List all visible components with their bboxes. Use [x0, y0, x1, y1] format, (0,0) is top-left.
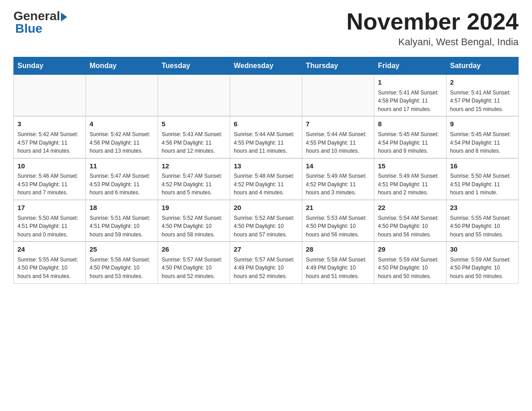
day-number: 13: [234, 161, 298, 171]
day-number: 3: [17, 119, 82, 129]
day-info: Sunrise: 5:42 AM Sunset: 4:57 PM Dayligh…: [17, 130, 82, 155]
table-row: 24Sunrise: 5:55 AM Sunset: 4:50 PM Dayli…: [14, 242, 86, 283]
day-number: 10: [17, 161, 82, 171]
table-row: 7Sunrise: 5:44 AM Sunset: 4:55 PM Daylig…: [302, 116, 374, 158]
day-number: 15: [378, 161, 442, 171]
day-number: 22: [378, 203, 442, 213]
table-row: [230, 75, 302, 116]
logo: General Blue: [13, 9, 67, 36]
day-info: Sunrise: 5:56 AM Sunset: 4:50 PM Dayligh…: [90, 256, 154, 281]
calendar-week-row: 17Sunrise: 5:50 AM Sunset: 4:51 PM Dayli…: [14, 200, 519, 242]
day-info: Sunrise: 5:49 AM Sunset: 4:51 PM Dayligh…: [378, 172, 442, 197]
day-number: 21: [306, 203, 370, 213]
table-row: 29Sunrise: 5:59 AM Sunset: 4:50 PM Dayli…: [374, 242, 446, 283]
table-row: 22Sunrise: 5:54 AM Sunset: 4:50 PM Dayli…: [374, 200, 446, 242]
table-row: 8Sunrise: 5:45 AM Sunset: 4:54 PM Daylig…: [374, 116, 446, 158]
table-row: [86, 75, 158, 116]
day-number: 17: [17, 203, 82, 213]
day-number: 1: [378, 77, 442, 88]
title-section: November 2024 Kalyani, West Bengal, Indi…: [347, 9, 519, 48]
day-info: Sunrise: 5:45 AM Sunset: 4:54 PM Dayligh…: [378, 130, 442, 155]
day-number: 18: [90, 203, 154, 213]
calendar-table: Sunday Monday Tuesday Wednesday Thursday…: [13, 57, 519, 283]
day-info: Sunrise: 5:59 AM Sunset: 4:50 PM Dayligh…: [378, 256, 442, 281]
day-info: Sunrise: 5:53 AM Sunset: 4:50 PM Dayligh…: [306, 214, 370, 239]
table-row: 4Sunrise: 5:42 AM Sunset: 4:56 PM Daylig…: [86, 116, 158, 158]
day-number: 12: [162, 161, 226, 171]
day-info: Sunrise: 5:58 AM Sunset: 4:49 PM Dayligh…: [306, 256, 370, 281]
calendar-week-row: 24Sunrise: 5:55 AM Sunset: 4:50 PM Dayli…: [14, 242, 519, 283]
day-number: 6: [234, 119, 298, 129]
day-info: Sunrise: 5:54 AM Sunset: 4:50 PM Dayligh…: [378, 214, 442, 239]
table-row: 11Sunrise: 5:47 AM Sunset: 4:53 PM Dayli…: [86, 158, 158, 200]
logo-arrow-icon: [61, 13, 67, 21]
day-info: Sunrise: 5:46 AM Sunset: 4:53 PM Dayligh…: [17, 172, 82, 197]
day-number: 25: [90, 244, 154, 255]
calendar-week-row: 10Sunrise: 5:46 AM Sunset: 4:53 PM Dayli…: [14, 158, 519, 200]
day-info: Sunrise: 5:43 AM Sunset: 4:56 PM Dayligh…: [162, 130, 226, 155]
table-row: 9Sunrise: 5:45 AM Sunset: 4:54 PM Daylig…: [446, 116, 519, 158]
day-number: 29: [378, 244, 442, 255]
table-row: 17Sunrise: 5:50 AM Sunset: 4:51 PM Dayli…: [14, 200, 86, 242]
day-info: Sunrise: 5:48 AM Sunset: 4:52 PM Dayligh…: [234, 172, 298, 197]
table-row: 26Sunrise: 5:57 AM Sunset: 4:50 PM Dayli…: [158, 242, 230, 283]
header-tuesday: Tuesday: [158, 57, 230, 75]
day-info: Sunrise: 5:51 AM Sunset: 4:51 PM Dayligh…: [90, 214, 154, 239]
table-row: 1Sunrise: 5:41 AM Sunset: 4:58 PM Daylig…: [374, 75, 446, 116]
calendar-week-row: 3Sunrise: 5:42 AM Sunset: 4:57 PM Daylig…: [14, 116, 519, 158]
table-row: 5Sunrise: 5:43 AM Sunset: 4:56 PM Daylig…: [158, 116, 230, 158]
header-saturday: Saturday: [446, 57, 519, 75]
day-number: 5: [162, 119, 226, 129]
day-number: 4: [90, 119, 154, 129]
month-title: November 2024: [347, 9, 519, 34]
table-row: 2Sunrise: 5:41 AM Sunset: 4:57 PM Daylig…: [446, 75, 519, 116]
calendar-header-row: Sunday Monday Tuesday Wednesday Thursday…: [14, 57, 519, 75]
day-info: Sunrise: 5:42 AM Sunset: 4:56 PM Dayligh…: [90, 130, 154, 155]
header-thursday: Thursday: [302, 57, 374, 75]
header-friday: Friday: [374, 57, 446, 75]
table-row: 15Sunrise: 5:49 AM Sunset: 4:51 PM Dayli…: [374, 158, 446, 200]
day-number: 11: [90, 161, 154, 171]
day-info: Sunrise: 5:49 AM Sunset: 4:52 PM Dayligh…: [306, 172, 370, 197]
header-wednesday: Wednesday: [230, 57, 302, 75]
day-info: Sunrise: 5:50 AM Sunset: 4:51 PM Dayligh…: [450, 172, 515, 197]
table-row: [158, 75, 230, 116]
table-row: 28Sunrise: 5:58 AM Sunset: 4:49 PM Dayli…: [302, 242, 374, 283]
day-info: Sunrise: 5:44 AM Sunset: 4:55 PM Dayligh…: [306, 130, 370, 155]
table-row: 14Sunrise: 5:49 AM Sunset: 4:52 PM Dayli…: [302, 158, 374, 200]
day-info: Sunrise: 5:45 AM Sunset: 4:54 PM Dayligh…: [450, 130, 515, 155]
day-info: Sunrise: 5:50 AM Sunset: 4:51 PM Dayligh…: [17, 214, 82, 239]
table-row: 20Sunrise: 5:52 AM Sunset: 4:50 PM Dayli…: [230, 200, 302, 242]
day-number: 20: [234, 203, 298, 213]
table-row: 23Sunrise: 5:55 AM Sunset: 4:50 PM Dayli…: [446, 200, 519, 242]
table-row: [14, 75, 86, 116]
day-info: Sunrise: 5:57 AM Sunset: 4:50 PM Dayligh…: [162, 256, 226, 281]
day-info: Sunrise: 5:47 AM Sunset: 4:53 PM Dayligh…: [90, 172, 154, 197]
table-row: 25Sunrise: 5:56 AM Sunset: 4:50 PM Dayli…: [86, 242, 158, 283]
day-number: 7: [306, 119, 370, 129]
day-info: Sunrise: 5:59 AM Sunset: 4:50 PM Dayligh…: [450, 256, 515, 281]
day-number: 8: [378, 119, 442, 129]
header-sunday: Sunday: [14, 57, 86, 75]
day-number: 27: [234, 244, 298, 255]
header-monday: Monday: [86, 57, 158, 75]
day-info: Sunrise: 5:52 AM Sunset: 4:50 PM Dayligh…: [234, 214, 298, 239]
day-number: 16: [450, 161, 515, 171]
day-info: Sunrise: 5:47 AM Sunset: 4:52 PM Dayligh…: [162, 172, 226, 197]
table-row: 21Sunrise: 5:53 AM Sunset: 4:50 PM Dayli…: [302, 200, 374, 242]
day-number: 24: [17, 244, 82, 255]
table-row: 12Sunrise: 5:47 AM Sunset: 4:52 PM Dayli…: [158, 158, 230, 200]
day-number: 28: [306, 244, 370, 255]
day-number: 19: [162, 203, 226, 213]
table-row: 10Sunrise: 5:46 AM Sunset: 4:53 PM Dayli…: [14, 158, 86, 200]
day-number: 9: [450, 119, 515, 129]
table-row: 16Sunrise: 5:50 AM Sunset: 4:51 PM Dayli…: [446, 158, 519, 200]
day-number: 30: [450, 244, 515, 255]
day-info: Sunrise: 5:41 AM Sunset: 4:57 PM Dayligh…: [450, 89, 515, 114]
table-row: [302, 75, 374, 116]
table-row: 30Sunrise: 5:59 AM Sunset: 4:50 PM Dayli…: [446, 242, 519, 283]
day-number: 26: [162, 244, 226, 255]
day-info: Sunrise: 5:57 AM Sunset: 4:49 PM Dayligh…: [234, 256, 298, 281]
day-info: Sunrise: 5:52 AM Sunset: 4:50 PM Dayligh…: [162, 214, 226, 239]
day-info: Sunrise: 5:55 AM Sunset: 4:50 PM Dayligh…: [17, 256, 82, 281]
